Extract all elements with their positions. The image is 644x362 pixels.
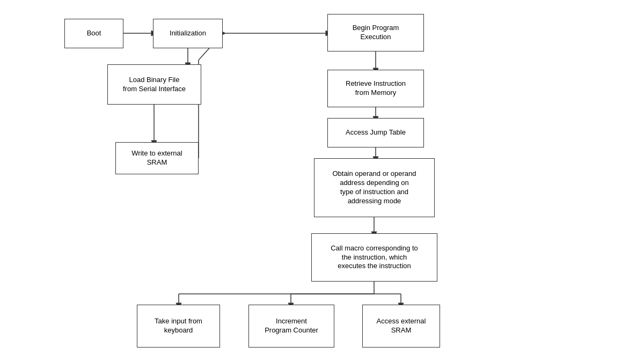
increment-pc-box: IncrementProgram Counter — [248, 305, 334, 348]
flowchart-diagram: Boot Initialization Begin ProgramExecuti… — [0, 0, 644, 362]
begin-execution-box: Begin ProgramExecution — [327, 14, 424, 51]
retrieve-instruction-box: Retrieve Instructionfrom Memory — [327, 70, 424, 107]
write-sram-box: Write to externalSRAM — [115, 142, 199, 174]
access-external-sram-box: Access externalSRAM — [362, 305, 440, 348]
take-input-box: Take input fromkeyboard — [137, 305, 220, 348]
call-macro-box: Call macro corresponding tothe instructi… — [311, 233, 437, 282]
obtain-operand-box: Obtain operand or operandaddress dependi… — [314, 158, 435, 217]
access-jump-table-box: Access Jump Table — [327, 118, 424, 147]
boot-box: Boot — [64, 19, 123, 48]
load-binary-box: Load Binary Filefrom Serial Interface — [107, 64, 201, 105]
init-box: Initialization — [153, 19, 223, 48]
